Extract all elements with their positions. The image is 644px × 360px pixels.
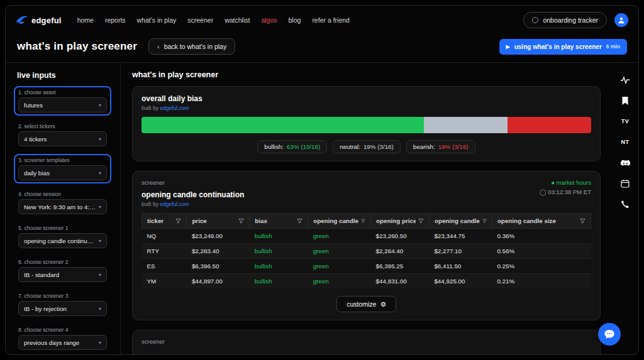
live-inputs-sidebar: live inputs 1. choose asset futures ▾ 2.… xyxy=(6,63,120,354)
market-time-value: 03:12:38 PM ET xyxy=(548,188,591,195)
candle-size-cell: 0.21% xyxy=(492,274,591,289)
input-label: 4. choose session xyxy=(18,191,107,197)
edgeful-link[interactable]: edgeful.com xyxy=(160,105,189,111)
candle-color-cell: green xyxy=(308,244,371,259)
onboarding-tracker-button[interactable]: onboarding tracker xyxy=(523,12,607,28)
filter-funnel-icon[interactable] xyxy=(580,218,586,224)
candle-size-cell: 0.36% xyxy=(492,229,591,244)
chat-widget-button[interactable] xyxy=(598,323,621,346)
input-label: 6. choose screener 2 xyxy=(18,259,107,265)
nav-item-algos[interactable]: algos xyxy=(261,16,277,24)
filter-funnel-icon[interactable] xyxy=(418,218,424,224)
market-time: ◯ 03:12:38 PM ET xyxy=(540,188,591,195)
badge-label: neutral: xyxy=(340,143,360,150)
filter-funnel-icon[interactable] xyxy=(297,218,303,224)
select-value: 4 tickers xyxy=(24,136,47,143)
select-value: New York: 9:30 am to 4:00 p... xyxy=(24,204,96,210)
back-button[interactable]: ‹ back to what's in play xyxy=(148,38,235,55)
user-avatar[interactable] xyxy=(614,13,628,27)
select-value: IB - by rejection xyxy=(24,305,67,312)
template-select[interactable]: daily bias ▾ xyxy=(18,165,107,180)
nav-item-reports[interactable]: reports xyxy=(105,16,126,24)
open-price-cell: $44,831.00 xyxy=(371,274,430,289)
screener-2-select[interactable]: IB - standard ▾ xyxy=(18,267,107,282)
column-header-price[interactable]: price xyxy=(187,214,249,228)
asset-select[interactable]: futures ▾ xyxy=(18,97,107,112)
sidebar-title: live inputs xyxy=(17,71,111,80)
market-status: ● market hours xyxy=(540,179,591,186)
nav-item-screener[interactable]: screener xyxy=(187,16,213,24)
user-icon xyxy=(618,16,625,24)
video-duration: 6 min xyxy=(606,43,620,50)
tutorial-video-button[interactable]: ▶ using what's in play screener 6 min xyxy=(499,39,627,55)
filter-funnel-icon[interactable] xyxy=(482,218,487,224)
neutral-badge: neutral: 19% (3/16) xyxy=(333,140,401,153)
column-header-opening-candle-close[interactable]: opening candle cl... xyxy=(430,214,492,228)
column-header-opening-price[interactable]: opening price xyxy=(371,214,429,228)
close-price-cell: $23,344.75 xyxy=(429,229,492,244)
input-group-choose-asset: 1. choose asset futures ▾ xyxy=(14,86,111,116)
nav-item-watchlist[interactable]: watchlist xyxy=(225,16,250,24)
logo-text: edgeful xyxy=(31,16,62,25)
input-group-screener-templates: 3. screener templates daily bias ▾ xyxy=(14,154,111,183)
input-group-choose-session: 4. choose session New York: 9:30 am to 4… xyxy=(14,188,111,217)
screener-1-select[interactable]: opening candle continuation ▾ xyxy=(18,233,107,248)
phone-icon[interactable] xyxy=(619,199,631,210)
input-group-screener-1: 5. choose screener 1 opening candle cont… xyxy=(14,222,111,251)
main-content: what's in play screener overall daily bi… xyxy=(120,63,612,354)
chevron-left-icon: ‹ xyxy=(157,43,160,50)
column-header-bias[interactable]: bias xyxy=(250,214,308,228)
activity-icon[interactable] xyxy=(619,74,631,85)
select-value: opening candle continuation xyxy=(24,237,96,244)
column-header-opening-candle-size[interactable]: opening candle size xyxy=(492,214,591,228)
filter-funnel-icon[interactable] xyxy=(238,218,244,224)
bullish-badge: bullish: 63% (10/16) xyxy=(257,140,327,153)
page-header: what's in play screener ‹ back to what's… xyxy=(6,35,638,62)
column-header-opening-candle-color[interactable]: opening candle co... xyxy=(308,214,370,228)
bias-cell: bullish xyxy=(250,259,308,274)
table-row-nq[interactable]: NQ $23,249.00 bullish green $23,260.50 $… xyxy=(142,229,591,244)
badge-label: bearish: xyxy=(413,143,435,150)
input-label: 7. choose screener 3 xyxy=(18,293,107,299)
screener-4-select[interactable]: previous days range ▾ xyxy=(18,335,107,350)
ninjatrader-icon[interactable]: NT xyxy=(619,136,631,148)
screener-3-select[interactable]: IB - by rejection ▾ xyxy=(18,301,107,316)
table-row-rty[interactable]: RTY $2,283.40 bullish green $2,264.40 $2… xyxy=(142,244,591,259)
open-price-cell: $6,395.25 xyxy=(371,259,430,274)
overall-daily-bias-card: overall daily bias built by edgeful.com … xyxy=(132,86,601,161)
table-row-es[interactable]: ES $6,396.50 bullish green $6,395.25 $6,… xyxy=(142,259,591,274)
chevron-down-icon: ▾ xyxy=(99,170,101,176)
input-group-screener-4: 8. choose screener 4 previous days range… xyxy=(14,324,111,353)
nav-item-whats-in-play[interactable]: what's in play xyxy=(137,16,177,24)
page-title: what's in play screener xyxy=(17,40,137,53)
right-icon-rail: TV NT xyxy=(612,63,638,354)
screener-card: screener opening candle continuation bui… xyxy=(132,171,601,320)
tradingview-icon[interactable]: TV xyxy=(619,116,631,127)
select-value: previous days range xyxy=(24,339,79,346)
video-button-label: using what's in play screener xyxy=(514,43,602,50)
edgeful-link[interactable]: edgeful.com xyxy=(160,201,189,207)
edgeful-logo[interactable]: edgeful xyxy=(16,15,62,25)
chevron-down-icon: ▾ xyxy=(99,136,101,142)
chevron-down-icon: ▾ xyxy=(99,238,101,244)
open-price-cell: $23,260.50 xyxy=(371,229,430,244)
customize-button[interactable]: customize ⚙ xyxy=(336,296,396,312)
filter-funnel-icon[interactable] xyxy=(175,218,181,224)
input-label: 3. screener templates xyxy=(18,157,107,163)
nav-item-home[interactable]: home xyxy=(77,16,94,24)
tickers-select[interactable]: 4 tickers ▾ xyxy=(18,131,107,146)
app-window: edgeful home reports what's in play scre… xyxy=(5,5,639,355)
close-price-cell: $6,411.50 xyxy=(429,259,492,274)
nav-item-refer-a-friend[interactable]: refer a friend xyxy=(312,16,350,24)
discord-icon[interactable] xyxy=(619,157,631,168)
built-by-line: built by edgeful.com xyxy=(142,201,244,207)
top-navbar: edgeful home reports what's in play scre… xyxy=(6,6,638,35)
nav-item-blog[interactable]: blog xyxy=(289,16,301,24)
table-row-ym[interactable]: YM $44,897.00 bullish green $44,831.00 $… xyxy=(142,274,591,289)
calendar-icon[interactable] xyxy=(619,178,631,189)
bookmark-icon[interactable] xyxy=(619,95,631,106)
filter-funnel-icon[interactable] xyxy=(361,218,365,224)
screener-title: opening candle continuation xyxy=(142,190,244,199)
session-select[interactable]: New York: 9:30 am to 4:00 p... ▾ xyxy=(18,199,107,214)
column-header-ticker[interactable]: ticker xyxy=(142,214,186,228)
